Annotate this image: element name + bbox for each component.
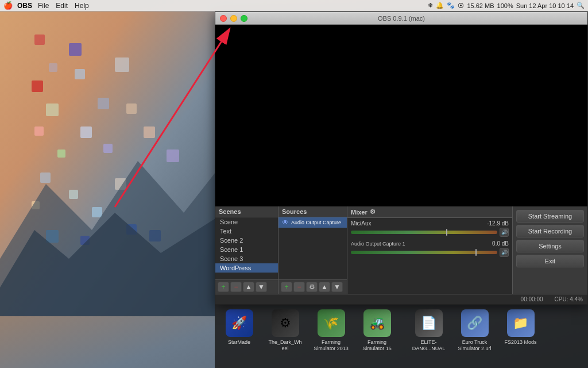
desktop: 🍎 OBS File Edit Help ❄ 🔔 🐾 ⦿ 15.62 MB 10… — [0, 0, 588, 368]
task-item-elite[interactable]: 📄 ELITE-DANG...NUAL — [410, 309, 447, 352]
menu-help[interactable]: Help — [75, 2, 89, 10]
source-remove-btn[interactable]: − — [293, 282, 305, 292]
mixer-audio-slider-row: 🔊 — [351, 248, 509, 257]
svg-rect-3 — [49, 63, 57, 72]
farming2013-icon: 🌾 — [318, 309, 345, 337]
mixer-channel-mic-name: Mic/Aux — [351, 220, 372, 227]
menubar-mem: 15.62 MB — [467, 2, 494, 9]
desktop-wallpaper — [0, 12, 215, 316]
starmade-label: StarMade — [228, 339, 250, 346]
mixer-audio-slider[interactable] — [351, 251, 497, 254]
window-max-btn[interactable] — [241, 15, 247, 22]
settings-btn[interactable]: Settings — [516, 240, 584, 252]
status-time: 00:00:00 — [521, 296, 543, 302]
eurotruck-label: Euro TruckSimulator 2.url — [458, 339, 491, 352]
menu-edit[interactable]: Edit — [56, 2, 68, 10]
scene-item-scene1[interactable]: Scene 1 — [215, 245, 278, 254]
mixer-panel: Mixer ⚙ Mic/Aux -12.9 dB — [347, 206, 513, 294]
svg-rect-9 — [126, 103, 137, 114]
taskbar-bottom-section: 📄 ELITE-DANG...NUAL 🔗 Euro TruckSimulato… — [410, 309, 539, 352]
svg-rect-14 — [144, 126, 155, 138]
task-item-starmade[interactable]: 🚀 StarMade — [220, 309, 258, 346]
start-recording-btn[interactable]: Start Recording — [516, 225, 584, 237]
scene-up-btn[interactable]: ▲ — [243, 282, 254, 292]
darkwheel-label: The_Dark_Wheel — [268, 339, 301, 352]
obs-window: OBS 0.9.1 (mac) Scenes Scene Text Scene … — [215, 12, 588, 305]
mixer-header: Mixer ⚙ — [347, 206, 512, 218]
task-item-farming2013[interactable]: 🌾 FarmingSimulator 2013 — [312, 309, 350, 352]
source-up-btn[interactable]: ▲ — [319, 282, 330, 292]
svg-rect-8 — [46, 103, 59, 116]
mixer-mic-mute[interactable]: 🔊 — [500, 228, 509, 237]
task-item-fs2013mods[interactable]: 📁 FS2013 Mods — [502, 309, 539, 346]
source-add-btn[interactable]: + — [281, 282, 292, 292]
eurotruck-icon: 🔗 — [461, 309, 489, 337]
mixer-content: Mic/Aux -12.9 dB 🔊 — [347, 218, 512, 294]
scene-item-scene2[interactable]: Scene 2 — [215, 236, 278, 245]
menubar-battery: 100% — [497, 2, 513, 9]
menubar: 🍎 OBS File Edit Help ❄ 🔔 🐾 ⦿ 15.62 MB 10… — [0, 0, 588, 12]
svg-rect-12 — [57, 150, 65, 158]
start-streaming-btn[interactable]: Start Streaming — [516, 210, 584, 223]
svg-rect-13 — [103, 144, 113, 153]
farming2013-label: FarmingSimulator 2013 — [314, 339, 349, 352]
mixer-audio-mute[interactable]: 🔊 — [500, 248, 509, 257]
obs-titlebar: OBS 0.9.1 (mac) — [215, 12, 587, 25]
task-item-farming15[interactable]: 🚜 FarmingSimulator 15 — [358, 309, 396, 352]
fs2013mods-label: FS2013 Mods — [504, 339, 536, 346]
controls-panel: Start Streaming Start Recording Settings… — [513, 206, 587, 294]
scenes-header: Scenes — [215, 206, 278, 217]
sources-list: 👁 Audio Output Capture — [278, 217, 347, 279]
scenes-list: Scene Text Scene 2 Scene 1 Scene 3 WordP… — [215, 217, 278, 279]
scenes-panel: Scenes Scene Text Scene 2 Scene 1 Scene … — [215, 206, 278, 294]
menubar-obs-icon: ⦿ — [458, 2, 464, 9]
scene-down-btn[interactable]: ▼ — [256, 282, 267, 292]
menu-file[interactable]: File — [38, 2, 49, 10]
obs-statusbar: 00:00:00 CPU: 4.4% — [215, 294, 587, 304]
scene-item-scene[interactable]: Scene — [215, 217, 278, 227]
scene-remove-btn[interactable]: − — [230, 282, 242, 292]
svg-rect-4 — [32, 80, 43, 92]
task-item-darkwheel[interactable]: ⚙ The_Dark_Wheel — [266, 309, 304, 352]
svg-rect-2 — [69, 43, 82, 56]
exit-btn[interactable]: Exit — [516, 255, 584, 267]
scene-item-wordpress[interactable]: WordPress — [215, 263, 278, 273]
svg-rect-10 — [80, 126, 92, 138]
svg-rect-6 — [115, 57, 129, 72]
source-item-label: Audio Output Capture — [291, 220, 341, 225]
mixer-mic-slider[interactable] — [351, 231, 497, 234]
scene-item-scene3[interactable]: Scene 3 — [215, 254, 278, 263]
svg-rect-5 — [75, 69, 85, 79]
source-eye-icon: 👁 — [282, 218, 289, 227]
apple-menu[interactable]: 🍎 — [3, 1, 13, 10]
mixer-mic-slider-row: 🔊 — [351, 228, 509, 237]
svg-rect-18 — [69, 190, 78, 199]
darkwheel-labels: The_Dark_Wheel — [268, 339, 301, 352]
menubar-search[interactable]: 🔍 — [577, 2, 585, 9]
window-min-btn[interactable] — [230, 15, 237, 22]
elite-label: ELITE-DANG...NUAL — [412, 339, 446, 352]
starmade-icon: 🚀 — [226, 309, 253, 337]
task-item-eurotruck[interactable]: 🔗 Euro TruckSimulator 2.url — [456, 309, 493, 352]
darkwheel-icon: ⚙ — [272, 309, 299, 337]
source-props-btn[interactable]: ⚙ — [306, 282, 318, 292]
svg-rect-16 — [40, 172, 51, 183]
source-down-btn[interactable]: ▼ — [331, 282, 343, 292]
source-item-audio-capture[interactable]: 👁 Audio Output Capture — [278, 217, 347, 228]
taskbar: 🚀 StarMade ⚙ The_Dark_Wheel 🌾 FarmingSim… — [215, 305, 588, 368]
fs2013mods-icon: 📁 — [507, 309, 535, 337]
menubar-bell: 🔔 — [436, 2, 444, 9]
mixer-channel-audio-name: Audio Output Capture 1 — [351, 241, 405, 247]
sources-toolbar: + − ⚙ ▲ ▼ — [278, 279, 347, 294]
scene-item-text[interactable]: Text — [215, 227, 278, 236]
elite-icon: 📄 — [415, 309, 443, 337]
sources-header: Sources — [278, 206, 347, 217]
scene-add-btn[interactable]: + — [218, 282, 229, 292]
window-close-btn[interactable] — [220, 15, 227, 22]
menubar-paw: 🐾 — [447, 2, 455, 9]
svg-rect-11 — [34, 126, 44, 136]
app-name: OBS — [17, 2, 32, 10]
mixer-channel-audio: Audio Output Capture 1 0.0 dB 🔊 — [351, 240, 509, 257]
svg-rect-1 — [34, 34, 45, 45]
obs-panels: Scenes Scene Text Scene 2 Scene 1 Scene … — [215, 206, 587, 294]
